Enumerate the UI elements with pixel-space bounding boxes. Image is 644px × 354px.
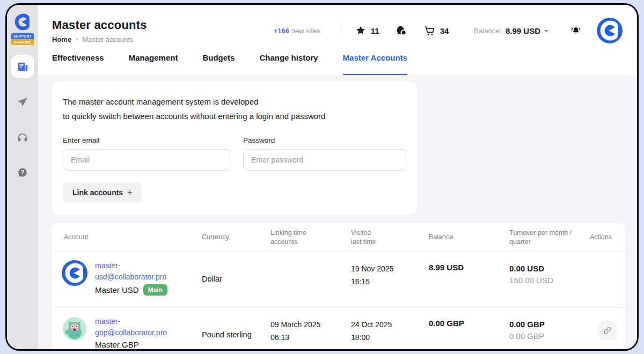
favorites-count: 11 xyxy=(371,26,379,35)
sidebar-item-help[interactable]: ? xyxy=(11,161,34,185)
balance-value: 8.99 USD xyxy=(506,26,540,35)
support-ukraine-badge-top: SUPPORT xyxy=(11,33,34,39)
tab-budgets[interactable]: Budgets xyxy=(202,53,235,75)
col-visited: Visitedlast time xyxy=(351,228,429,247)
visited-cell: 24 Oct 2025 18:00 xyxy=(351,308,429,349)
currency-cell: Pound sterling xyxy=(202,308,270,349)
card-description: The master account management system is … xyxy=(63,94,406,123)
account-name: Master USD xyxy=(95,285,139,294)
email-label: Enter email xyxy=(63,136,230,144)
topbar-divider xyxy=(341,24,341,38)
table-row: master- gbp@collaborator.pro Master GBP … xyxy=(52,308,625,349)
chevron-down-icon xyxy=(544,30,548,33)
chat-bubble-icon xyxy=(396,25,407,36)
help-bubble-icon: ? xyxy=(17,167,28,179)
desktop-frame: SUPPORT UKRAINE xyxy=(0,0,644,354)
headphones-icon xyxy=(17,131,28,143)
turnover-cell: 0.00 USD 150.00 USD xyxy=(509,252,590,307)
main-area: Master accounts Home Master accounts +16… xyxy=(38,5,637,349)
tab-master-accounts[interactable]: Master Accounts xyxy=(343,53,407,75)
email-input[interactable] xyxy=(63,149,230,171)
svg-text:?: ? xyxy=(21,169,24,175)
topbar-right: +166 new sites 11 xyxy=(274,18,623,43)
actions-cell xyxy=(590,308,625,349)
breadcrumb-current: Master accounts xyxy=(82,35,133,43)
sidebar: SUPPORT UKRAINE xyxy=(7,5,38,349)
bell-icon xyxy=(570,25,582,36)
balance-selector[interactable]: Balance: 8.99 USD xyxy=(473,26,548,35)
app-window: SUPPORT UKRAINE xyxy=(5,3,639,351)
account-info: master- gbp@collaborator.pro Master GBP xyxy=(95,316,167,349)
messages-button[interactable] xyxy=(396,25,407,36)
sidebar-item-catalog[interactable] xyxy=(11,55,34,78)
account-info: master- usd@collaborator.pro Master USD … xyxy=(95,260,167,307)
card-description-line2: to quickly switch between accounts witho… xyxy=(63,109,406,123)
breadcrumb-separator xyxy=(76,38,78,40)
page-title: Master accounts xyxy=(52,18,147,32)
support-ukraine-badge: SUPPORT UKRAINE xyxy=(11,33,34,45)
account-email-link[interactable]: master- gbp@collaborator.pro xyxy=(95,316,167,338)
account-email-link[interactable]: master- usd@collaborator.pro xyxy=(95,260,167,283)
currency-cell: Dollar xyxy=(202,252,270,307)
breadcrumb: Home Master accounts xyxy=(52,35,147,43)
linking-time-cell xyxy=(270,252,351,307)
breadcrumb-home-link[interactable]: Home xyxy=(52,35,71,43)
new-sites-link[interactable]: +166 new sites xyxy=(274,27,320,35)
account-name-row: Master USD Main xyxy=(95,284,167,296)
tab-bar: Effectiveness Management Budgets Change … xyxy=(38,46,637,75)
col-currency: Currency xyxy=(202,233,270,242)
email-field-group: Enter email xyxy=(63,136,230,171)
col-balance: Balance xyxy=(429,233,509,242)
actions-cell xyxy=(590,252,625,307)
cart-count: 34 xyxy=(440,26,449,35)
newspaper-icon xyxy=(17,61,29,73)
main-badge: Main xyxy=(143,284,167,296)
sidebar-logo[interactable]: SUPPORT UKRAINE xyxy=(11,12,34,45)
star-icon xyxy=(355,25,366,36)
link-accounts-button-label: Link accounts xyxy=(72,188,123,197)
cart-stat[interactable]: 34 xyxy=(423,25,449,36)
page-content: The master account management system is … xyxy=(38,75,637,349)
tab-effectiveness[interactable]: Effectiveness xyxy=(52,53,104,75)
tab-management[interactable]: Management xyxy=(129,53,178,75)
account-name: Master GBP xyxy=(95,340,139,349)
col-linking-time: Linking timeaccounts xyxy=(270,228,351,247)
sidebar-item-telegram[interactable] xyxy=(11,90,34,114)
sidebar-item-support[interactable] xyxy=(11,126,34,149)
balance-cell: 8.99 USD xyxy=(429,252,509,307)
switch-account-button[interactable] xyxy=(598,321,617,340)
cart-icon xyxy=(423,25,435,36)
account-cell: master- usd@collaborator.pro Master USD … xyxy=(52,252,202,307)
password-field-group: Password xyxy=(243,136,406,171)
new-sites-count: +166 xyxy=(274,27,289,35)
notifications-button[interactable] xyxy=(570,25,582,36)
support-ukraine-badge-bottom: UKRAINE xyxy=(11,39,34,45)
user-avatar[interactable] xyxy=(597,18,623,43)
collaborator-avatar xyxy=(62,260,87,286)
favorites-stat[interactable]: 11 xyxy=(355,25,379,36)
topbar: Master accounts Home Master accounts +16… xyxy=(38,5,637,46)
col-account: Account xyxy=(52,233,202,242)
monster-avatar xyxy=(62,316,87,342)
col-actions: Actions xyxy=(590,233,625,242)
visited-cell: 19 Nov 2025 16:15 xyxy=(351,252,429,307)
plus-icon: + xyxy=(127,188,132,197)
table-header-row: Account Currency Linking timeaccounts Vi… xyxy=(52,223,625,252)
balance-label: Balance: xyxy=(473,27,502,35)
card-description-line1: The master account management system is … xyxy=(63,94,406,109)
accounts-table: Account Currency Linking timeaccounts Vi… xyxy=(52,223,625,349)
link-account-card: The master account management system is … xyxy=(52,82,417,215)
turnover-cell: 0.00 GBP 0.00 GBP xyxy=(509,308,590,349)
password-input[interactable] xyxy=(243,149,406,171)
new-sites-label: new sites xyxy=(291,27,320,35)
table-row: master- usd@collaborator.pro Master USD … xyxy=(52,252,625,308)
credentials-row: Enter email Password xyxy=(63,136,406,171)
linking-time-cell: 09 March 2025 06:13 xyxy=(270,308,351,349)
account-name-row: Master GBP xyxy=(95,340,167,349)
link-accounts-button[interactable]: Link accounts + xyxy=(63,182,142,203)
paper-plane-icon xyxy=(17,96,28,108)
password-label: Password xyxy=(243,136,406,144)
account-cell: master- gbp@collaborator.pro Master GBP xyxy=(52,308,202,349)
tab-change-history[interactable]: Change history xyxy=(259,53,318,75)
chain-link-icon xyxy=(603,326,612,335)
